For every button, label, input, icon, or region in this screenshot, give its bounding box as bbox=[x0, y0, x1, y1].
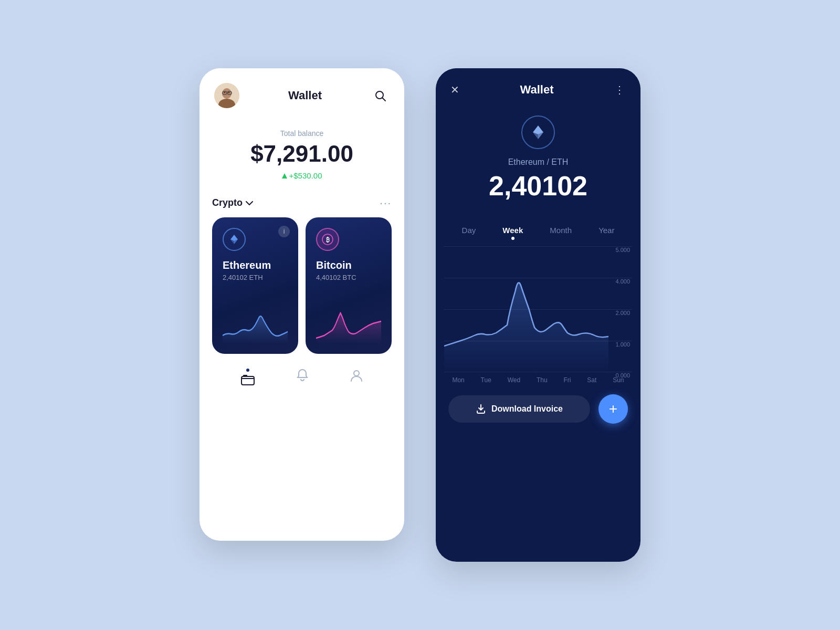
eth-amount: 2,40102 ETH bbox=[223, 274, 288, 281]
grid-label-4000: 4.000 bbox=[615, 278, 632, 285]
btc-card[interactable]: ₿ Bitcoin 4,40102 BTC bbox=[306, 217, 392, 354]
tab-day[interactable]: Day bbox=[456, 223, 482, 238]
grid-label-0: 0.000 bbox=[615, 372, 632, 379]
bottom-actions: Download Invoice + bbox=[436, 384, 640, 443]
balance-section: Total balance $7,291.00 +$530.00 bbox=[200, 117, 404, 191]
svg-point-3 bbox=[224, 92, 226, 93]
add-button[interactable]: + bbox=[598, 394, 628, 424]
right-header: ✕ Wallet ⋮ bbox=[436, 68, 640, 105]
svg-rect-17 bbox=[243, 375, 247, 377]
time-tabs: Day Week Month Year bbox=[436, 214, 640, 242]
download-invoice-button[interactable]: Download Invoice bbox=[448, 395, 590, 423]
search-button[interactable] bbox=[371, 86, 390, 105]
eth-hero: Ethereum / ETH 2,40102 bbox=[436, 105, 640, 214]
eth-hero-icon bbox=[521, 116, 555, 149]
balance-change: +$530.00 bbox=[214, 171, 390, 180]
right-phone: ✕ Wallet ⋮ Ethereum / ETH 2,40102 Day bbox=[436, 68, 640, 562]
avatar[interactable] bbox=[214, 83, 239, 108]
price-chart: 5.000 4.000 2.000 1.000 0.000 bbox=[436, 242, 640, 384]
plus-label: + bbox=[609, 401, 617, 417]
right-phone-inner: ✕ Wallet ⋮ Ethereum / ETH 2,40102 Day bbox=[436, 68, 640, 443]
btc-icon: ₿ bbox=[316, 228, 339, 251]
right-wallet-title: Wallet bbox=[520, 83, 554, 97]
eth-mini-chart bbox=[223, 301, 288, 343]
eth-card[interactable]: i Ethereum 2,40102 ETH bbox=[212, 217, 298, 354]
screen-wrapper: Wallet Total balance $7,291.00 +$530.00 … bbox=[200, 68, 640, 562]
btc-name: Bitcoin bbox=[316, 259, 381, 271]
svg-marker-10 bbox=[282, 173, 287, 178]
svg-rect-16 bbox=[242, 376, 254, 385]
left-wallet-title: Wallet bbox=[288, 89, 322, 102]
crypto-section: Crypto ··· i Ethereum bbox=[200, 191, 404, 354]
bottom-nav bbox=[200, 358, 404, 402]
btc-mini-chart bbox=[316, 301, 381, 343]
svg-line-9 bbox=[382, 98, 385, 101]
grid-label-2000: 2.000 bbox=[615, 310, 632, 316]
tab-year[interactable]: Year bbox=[592, 223, 621, 238]
left-header: Wallet bbox=[200, 68, 404, 117]
info-badge: i bbox=[278, 226, 290, 237]
nav-active-dot bbox=[246, 369, 249, 372]
crypto-header: Crypto ··· bbox=[212, 191, 392, 217]
more-menu-button[interactable]: ⋮ bbox=[614, 83, 626, 96]
nav-wallet[interactable] bbox=[241, 369, 255, 385]
svg-point-4 bbox=[228, 92, 230, 93]
balance-amount: $7,291.00 bbox=[214, 141, 390, 167]
more-options-button[interactable]: ··· bbox=[380, 197, 392, 209]
tab-month[interactable]: Month bbox=[543, 223, 578, 238]
download-invoice-label: Download Invoice bbox=[491, 404, 563, 414]
eth-hero-name: Ethereum / ETH bbox=[448, 158, 628, 167]
left-phone: Wallet Total balance $7,291.00 +$530.00 … bbox=[200, 68, 404, 541]
tab-week[interactable]: Week bbox=[496, 223, 529, 238]
close-button[interactable]: ✕ bbox=[450, 83, 459, 96]
crypto-dropdown[interactable]: Crypto bbox=[212, 197, 253, 208]
nav-notifications[interactable] bbox=[296, 369, 309, 385]
crypto-cards-row: i Ethereum 2,40102 ETH bbox=[212, 217, 392, 354]
nav-profile[interactable] bbox=[350, 369, 363, 385]
btc-amount: 4,40102 BTC bbox=[316, 274, 381, 281]
total-balance-label: Total balance bbox=[214, 129, 390, 138]
grid-label-5000: 5.000 bbox=[615, 247, 632, 253]
grid-label-1000: 1.000 bbox=[615, 341, 632, 348]
svg-text:₿: ₿ bbox=[326, 236, 330, 244]
eth-hero-value: 2,40102 bbox=[448, 170, 628, 202]
eth-icon bbox=[223, 228, 246, 251]
eth-name: Ethereum bbox=[223, 259, 288, 271]
svg-point-18 bbox=[354, 371, 359, 376]
